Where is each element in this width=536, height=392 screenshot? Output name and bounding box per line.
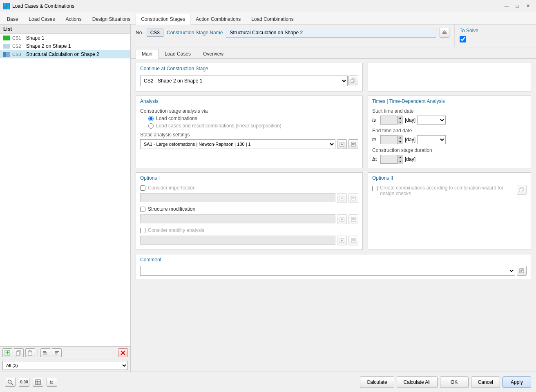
value-button[interactable]: 0.00 <box>19 378 29 387</box>
delete-item-button[interactable] <box>118 348 128 357</box>
sa-new-button[interactable] <box>337 139 347 149</box>
duration-down[interactable]: ▼ <box>397 159 403 164</box>
close-button[interactable]: ✕ <box>523 2 533 10</box>
svg-rect-2 <box>4 7 6 9</box>
main-content: Continue at Construction Stage CS2 - Sha… <box>131 59 536 372</box>
copy-item-button[interactable] <box>14 348 24 357</box>
end-time-unit-select[interactable] <box>417 135 446 144</box>
duration-label: Construction stage duration <box>372 147 527 153</box>
calculate-all-button[interactable]: Calculate All <box>397 376 438 388</box>
analysis-body: Construction stage analysis via Load com… <box>136 106 362 153</box>
cancel-button[interactable]: Cancel <box>471 376 500 388</box>
structure-mod-label: Structure modification <box>148 206 195 212</box>
imperfection-checkbox[interactable] <box>140 185 145 191</box>
paste-item-button[interactable] <box>25 348 35 357</box>
name-edit-button[interactable] <box>440 28 449 38</box>
static-analysis-row: Static analysis settings SA1 - Large def… <box>140 132 358 149</box>
radio-load-comb-label: Load combinations <box>156 116 197 121</box>
tab-load-cases-detail[interactable]: Load Cases <box>159 49 197 58</box>
start-time-down[interactable]: ▼ <box>397 120 403 125</box>
structure-mod-checkbox-row: Structure modification <box>140 206 358 212</box>
static-analysis-label: Static analysis settings <box>140 132 358 138</box>
create-comb-checkbox[interactable] <box>372 186 377 191</box>
create-comb-btn <box>517 185 527 195</box>
create-comb-label: Create combinations according to combina… <box>380 185 514 196</box>
duration-spinner: ▲ ▼ <box>397 155 403 164</box>
start-time-unit-select[interactable] <box>417 116 446 125</box>
structure-mod-field <box>140 214 335 223</box>
name-input[interactable] <box>226 28 436 38</box>
imperfection-field <box>140 193 335 202</box>
analysis-title: Analysis <box>136 96 362 106</box>
list-item-selected[interactable]: CS3 Structural Calculation on Shape 2 <box>0 50 130 58</box>
end-time-down[interactable]: ▼ <box>397 140 403 144</box>
right-panel: No. CS3 Construction Stage Name To Solve… <box>131 24 536 372</box>
left-panel: List CS1 Shape 1 CS2 Shape 2 on Shape 1 <box>0 24 131 372</box>
static-analysis-select[interactable]: SA1 - Large deformations | Newton-Raphso… <box>140 139 335 149</box>
start-time-input[interactable] <box>381 117 397 123</box>
filter-select[interactable]: All (3) <box>2 361 128 370</box>
continue-select[interactable]: CS2 - Shape 2 on Shape 1 CS1 - Shape 1 <box>140 76 348 86</box>
end-time-label: End time and date <box>372 128 527 134</box>
comment-body <box>136 264 531 279</box>
tab-base[interactable]: Base <box>2 13 23 24</box>
structure-mod-row: Structure modification <box>140 206 358 224</box>
maximize-button[interactable]: □ <box>512 2 522 10</box>
times-title: Times | Time-Dependent Analysis <box>368 96 531 106</box>
title-bar-left: Load Cases & Combinations <box>3 3 74 9</box>
imperfection-new-btn <box>337 193 347 203</box>
start-time-label: Start time and date <box>372 108 527 114</box>
start-time-unit: [day] <box>405 117 415 123</box>
title-bar: Load Cases & Combinations — □ ✕ <box>0 0 536 12</box>
to-solve-label: To Solve <box>460 28 531 33</box>
start-time-up[interactable]: ▲ <box>397 116 403 120</box>
formula-button[interactable]: fx <box>47 378 57 387</box>
tab-load-combinations[interactable]: Load Combinations <box>246 13 299 24</box>
tab-construction-stages[interactable]: Construction Stages <box>136 14 190 24</box>
stability-new-btn <box>337 236 347 245</box>
tab-load-cases[interactable]: Load Cases <box>23 13 60 24</box>
to-solve-checkbox[interactable] <box>460 36 466 42</box>
tab-action-combinations[interactable]: Action Combinations <box>190 13 246 24</box>
svg-rect-49 <box>519 189 522 192</box>
continue-copy-button[interactable] <box>348 76 358 85</box>
start-time-input-group: ▲ ▼ <box>380 116 403 125</box>
apply-button[interactable]: Apply <box>502 376 531 388</box>
structure-mod-field-row <box>140 214 358 224</box>
structure-mod-new-btn <box>337 214 347 224</box>
imperfection-checkbox-row: Consider imperfection <box>140 185 358 191</box>
end-time-input[interactable] <box>381 137 397 143</box>
radio-load-comb-input[interactable] <box>148 116 154 121</box>
new-item-button[interactable] <box>2 348 12 357</box>
list-item[interactable]: CS1 Shape 1 <box>0 34 130 42</box>
table-button[interactable] <box>33 378 43 387</box>
ok-button[interactable]: OK <box>440 376 469 388</box>
filter-area: All (3) <box>0 359 130 372</box>
list-item[interactable]: CS2 Shape 2 on Shape 1 <box>0 42 130 50</box>
radio-load-cases: Load cases and result combinations (line… <box>140 123 358 129</box>
comment-edit-btn[interactable] <box>517 266 527 276</box>
search-button[interactable] <box>5 378 16 387</box>
sa-edit-button[interactable] <box>348 139 358 149</box>
end-time-up[interactable]: ▲ <box>397 135 403 140</box>
duration-up[interactable]: ▲ <box>397 155 403 159</box>
item-name: Shape 1 <box>26 35 45 41</box>
tab-actions[interactable]: Actions <box>60 13 87 24</box>
comment-select[interactable] <box>140 266 515 276</box>
minimize-button[interactable]: — <box>502 2 511 10</box>
stability-row: Consider stability analysis <box>140 227 358 245</box>
tab-overview[interactable]: Overview <box>197 49 230 58</box>
radio-load-cases-input[interactable] <box>148 123 154 129</box>
tab-main[interactable]: Main <box>136 49 159 59</box>
duration-input[interactable] <box>381 156 397 162</box>
sort-desc-button[interactable] <box>52 348 62 357</box>
calculate-button[interactable]: Calculate <box>360 376 394 388</box>
stability-checkbox[interactable] <box>140 228 145 233</box>
sort-asc-button[interactable] <box>40 348 50 357</box>
tab-design-situations[interactable]: Design Situations <box>87 13 136 24</box>
structure-mod-checkbox[interactable] <box>140 207 145 212</box>
content-tab-bar: Main Load Cases Overview <box>131 47 536 59</box>
window-title: Load Cases & Combinations <box>12 3 74 9</box>
main-layout: List CS1 Shape 1 CS2 Shape 2 on Shape 1 <box>0 24 536 372</box>
bottom-left-tools: 0.00 fx <box>5 378 57 387</box>
